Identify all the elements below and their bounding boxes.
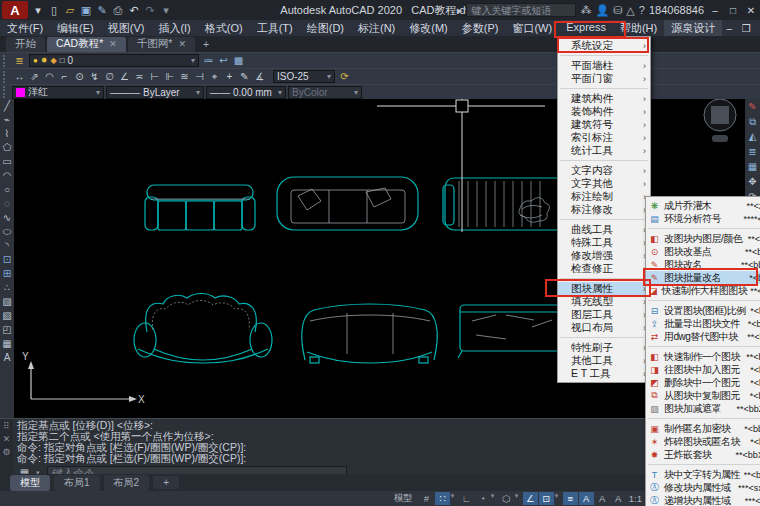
close-tab-icon[interactable]: ✕ xyxy=(178,39,186,49)
toolbar-grip[interactable] xyxy=(3,55,7,67)
menu-item-building-symbols[interactable]: 建筑符号› xyxy=(558,118,650,131)
submenu-item-increment-attribute-field[interactable]: Ⓐ递增块内属性域***<sxZ xyxy=(646,494,760,506)
snap-toggle[interactable]: ∷ xyxy=(435,492,450,505)
menu-item-viewport-layout[interactable]: 视口布局› xyxy=(558,321,650,334)
construction-line-icon[interactable]: ⌁ xyxy=(4,115,10,125)
menu-format[interactable]: 格式(O) xyxy=(198,20,250,37)
copy-icon[interactable]: ⧉ xyxy=(749,117,756,127)
alert-icon[interactable]: △ xyxy=(626,4,634,17)
menu-item-sys-settings[interactable]: 系统设定› xyxy=(558,39,650,52)
annotation-scale-value[interactable]: 1:1 xyxy=(627,492,644,505)
erase-icon[interactable]: ✎ xyxy=(748,102,756,112)
submenu-item-explode-block[interactable]: ✶炸碎图块或匿名块*<bbX xyxy=(646,435,760,448)
grid-toggle[interactable]: # xyxy=(419,492,434,505)
submenu-item-set-block-scale[interactable]: ⊟设置图块(图框)比例*<bbS xyxy=(646,304,760,317)
customize-gear-icon[interactable]: ⚙ xyxy=(2,447,10,457)
menu-item-index-annotation[interactable]: 索引标注› xyxy=(558,131,650,144)
submenu-item-explode-nested-block[interactable]: ✸王炸嵌套块**<bbXX> xyxy=(646,448,760,461)
insert-block-icon[interactable]: ⊡ xyxy=(3,255,11,265)
region-icon[interactable]: ◰ xyxy=(2,325,11,335)
redo-icon[interactable]: ↷ xyxy=(142,4,158,17)
menu-tools[interactable]: 工具(T) xyxy=(250,20,300,37)
menu-insert[interactable]: 插入(I) xyxy=(151,20,197,37)
submenu-item-block-wipeout[interactable]: ▨图块加减遮罩**<bbZZ> xyxy=(646,402,760,415)
file-tab-cad-tutorial[interactable]: CAD教程*✕ xyxy=(47,37,126,52)
model-space-button[interactable]: 模型 xyxy=(389,492,418,505)
help-icon[interactable]: ? xyxy=(639,4,645,17)
make-object-layer-current-icon[interactable]: ≔ xyxy=(201,55,216,66)
submenu-item-delete-entity-in-block[interactable]: ◩删除块中一个图元*<bbE xyxy=(646,376,760,389)
submenu-item-change-block-basepoint[interactable]: ⊙图块改基点**<bbI> xyxy=(646,245,760,258)
menu-item-check-correct[interactable]: 检查修正› xyxy=(558,262,650,275)
undo-icon[interactable]: ↶ xyxy=(126,4,142,17)
toolbar-grip[interactable] xyxy=(3,71,7,83)
layout-tab-layout2[interactable]: 布局2 xyxy=(104,475,150,491)
layout-tab-new-layout[interactable]: + xyxy=(153,476,179,489)
menu-item-properties-brush[interactable]: 特性刷子› xyxy=(558,341,650,354)
qat-dropdown-icon[interactable]: ▾ xyxy=(158,4,174,17)
file-tab-qiantuwang[interactable]: 千图网*✕ xyxy=(128,37,195,52)
cart-icon[interactable]: ⛁ xyxy=(613,4,622,17)
isodraft-toggle[interactable]: ⬡ xyxy=(499,492,514,505)
polygon-icon[interactable]: ⬠ xyxy=(3,143,12,153)
center-mark-icon[interactable]: + xyxy=(222,71,237,83)
save-as-icon[interactable]: ✎ xyxy=(94,4,110,17)
open-file-icon[interactable]: ▱ xyxy=(62,4,78,17)
table-icon[interactable]: ▦ xyxy=(2,339,11,349)
search-play-icon[interactable]: ▸ xyxy=(457,4,463,17)
file-tab-start[interactable]: 开始 xyxy=(6,37,45,52)
menu-item-curve-tools[interactable]: 曲线工具› xyxy=(558,223,650,236)
rectangle-icon[interactable]: ▭ xyxy=(2,157,11,167)
dim-text-angle-icon[interactable]: ∡ xyxy=(252,71,267,83)
annotation-scale-icon[interactable]: A xyxy=(611,492,626,505)
layer-properties-icon[interactable]: ≣ xyxy=(12,55,27,66)
menu-item-hatch-linetype[interactable]: 填充线型› xyxy=(558,295,650,308)
submenu-item-text-to-attribute[interactable]: T块中文字转为属性**<bbsx xyxy=(646,468,760,481)
revcloud-icon[interactable]: ◌ xyxy=(4,199,10,209)
dim-break-icon[interactable]: ⊣ xyxy=(192,71,207,83)
menu-item-other-tools[interactable]: 其他工具› xyxy=(558,354,650,367)
logo-caret-icon[interactable]: ▾ xyxy=(30,4,46,17)
arc-length-dim-icon[interactable]: ◠ xyxy=(42,71,57,83)
point-icon[interactable]: ∴ xyxy=(4,283,10,293)
submenu-item-batch-rename-block[interactable]: ✎图块批量改名*<bbG xyxy=(646,271,760,284)
menu-dimension[interactable]: 标注(N) xyxy=(351,20,402,37)
gradient-icon[interactable]: ▧ xyxy=(2,311,11,321)
ortho-toggle[interactable]: ∟ xyxy=(459,492,474,505)
viewcube[interactable] xyxy=(704,99,736,142)
menu-item-door-window[interactable]: 平面门窗› xyxy=(558,72,650,85)
continue-dim-icon[interactable]: ⊩ xyxy=(162,71,177,83)
mtext-icon[interactable]: A xyxy=(4,353,11,363)
menu-express[interactable]: Express xyxy=(559,20,613,37)
menu-item-special-tools[interactable]: 特殊工具› xyxy=(558,236,650,249)
menu-window[interactable]: 窗口(W) xyxy=(505,20,559,37)
make-block-icon[interactable]: ⊞ xyxy=(3,269,11,279)
menu-item-decor-components[interactable]: 装饰构件› xyxy=(558,105,650,118)
new-drawing-tab-button[interactable]: + xyxy=(197,38,215,50)
menu-item-et-tools[interactable]: E T 工具› xyxy=(558,367,650,380)
menu-item-building-components[interactable]: 建筑构件› xyxy=(558,92,650,105)
angular-dim-icon[interactable]: ∠ xyxy=(117,71,132,83)
osnap-toggle[interactable]: ⊡ xyxy=(539,492,554,505)
doc-close-button[interactable]: ✕ xyxy=(756,23,760,34)
arc-icon[interactable]: ◠ xyxy=(3,171,12,181)
quick-dim-icon[interactable]: ≍ xyxy=(132,71,147,83)
window-close-button[interactable]: ✕ xyxy=(744,5,758,16)
dim-update-icon[interactable]: ⟳ xyxy=(337,71,352,82)
menu-draw[interactable]: 绘图(D) xyxy=(300,20,351,37)
app-logo[interactable]: A xyxy=(2,1,28,19)
linetype-combo[interactable]: ——— ByLayer ▾ xyxy=(106,86,204,99)
submenu-item-make-anonymous-block[interactable]: ▣制作匿名加密块*<bbJM xyxy=(646,422,760,435)
doc-restore-button[interactable]: ❐ xyxy=(739,23,753,34)
ordinate-dim-icon[interactable]: ⌐ xyxy=(57,71,72,83)
menu-item-block-attributes[interactable]: 图块属性› xyxy=(558,282,650,295)
layout-tab-model[interactable]: 模型 xyxy=(10,475,50,491)
lineweight-toggle[interactable]: ≡ xyxy=(563,492,578,505)
menu-modify[interactable]: 修改(M) xyxy=(402,20,455,37)
sofa-block-2[interactable] xyxy=(277,177,418,230)
menu-file[interactable]: 文件(F) xyxy=(0,20,50,37)
submenu-item-batch-export-blocks[interactable]: ⇪批量导出图块文件*<bbW xyxy=(646,317,760,330)
sofa-block-4[interactable] xyxy=(134,294,272,364)
baseline-dim-icon[interactable]: ⊢ xyxy=(147,71,162,83)
close-icon[interactable]: ✕ xyxy=(3,434,11,444)
